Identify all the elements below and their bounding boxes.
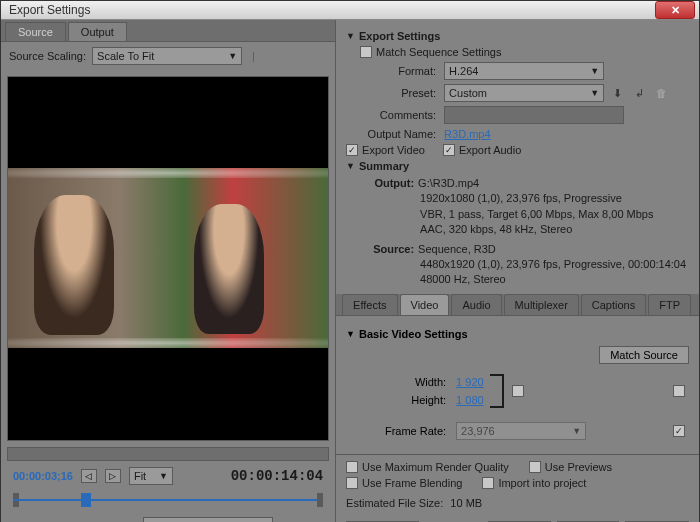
source-scaling-label: Source Scaling: [9,50,86,62]
chevron-down-icon: ▼ [159,471,168,481]
save-preset-icon[interactable]: ⬇ [608,84,626,102]
twirl-down-icon: ▼ [346,31,355,41]
subtab-effects[interactable]: Effects [342,294,397,315]
twirl-down-icon: ▼ [346,161,355,171]
source-range-dropdown[interactable]: Work Area ▼ [143,517,273,522]
zoom-fit-dropdown[interactable]: Fit ▼ [129,467,173,485]
import-preset-icon[interactable]: ↲ [630,84,648,102]
export-video-checkbox[interactable] [346,144,358,156]
playhead-handle[interactable] [81,493,91,507]
width-label: Width: [346,376,446,388]
timeline-slider[interactable] [13,491,323,509]
framerate-value: 23,976 [461,425,495,437]
summary-header[interactable]: ▼ Summary [346,160,689,172]
subtab-video[interactable]: Video [400,294,450,315]
delete-preset-icon: 🗑 [652,84,670,102]
play-forward-button[interactable]: ▷ [105,469,121,483]
frame-blend-checkbox[interactable] [346,477,358,489]
source-scaling-value: Scale To Fit [97,50,154,62]
output-name-link[interactable]: R3D.mp4 [444,128,490,140]
format-value: H.264 [449,65,478,77]
video-preview[interactable] [7,76,329,441]
framerate-label: Frame Rate: [346,425,446,437]
link-dimensions-checkbox[interactable] [512,385,524,397]
width-value[interactable]: 1 920 [456,376,484,388]
preset-label: Preset: [346,87,436,99]
height-value[interactable]: 1 080 [456,394,484,406]
close-icon: ✕ [671,4,680,17]
format-dropdown[interactable]: H.264 ▼ [444,62,604,80]
summary-output: Output:G:\R3D.mp4 1920x1080 (1,0), 23,97… [346,176,689,238]
export-video-label: Export Video [362,144,425,156]
link-dimensions-icon [490,374,504,408]
subtab-ftp[interactable]: FTP [648,294,691,315]
titlebar: Export Settings ✕ [1,1,699,20]
chevron-down-icon: ▼ [228,51,237,61]
chevron-down-icon: ▼ [572,426,581,436]
subtab-multiplexer[interactable]: Multiplexer [504,294,579,315]
timecode-current[interactable]: 00:00:03;16 [13,468,73,484]
zoom-fit-label: Fit [134,470,146,482]
tab-source[interactable]: Source [5,22,66,41]
match-framerate-checkbox[interactable] [673,425,685,437]
preview-image [8,168,328,348]
format-label: Format: [346,65,436,77]
subtab-audio[interactable]: Audio [451,294,501,315]
chevron-down-icon: ▼ [590,66,599,76]
summary-source: Source:Sequence, R3D 4480x1920 (1,0), 23… [346,242,689,288]
match-source-button[interactable]: Match Source [599,346,689,364]
settings-panel: ▼ Export Settings Match Sequence Setting… [336,20,699,522]
source-scaling-dropdown[interactable]: Scale To Fit ▼ [92,47,242,65]
export-settings-header[interactable]: ▼ Export Settings [346,30,689,42]
max-render-checkbox[interactable] [346,461,358,473]
match-sequence-checkbox[interactable] [360,46,372,58]
import-project-label: Import into project [498,477,586,489]
basic-video-header[interactable]: ▼ Basic Video Settings [346,328,689,340]
use-previews-label: Use Previews [545,461,612,473]
comments-input[interactable] [444,106,624,124]
est-size-label: Estimated File Size: [346,497,443,509]
preset-value: Custom [449,87,487,99]
preview-scrollbar[interactable] [7,447,329,461]
preset-dropdown[interactable]: Custom ▼ [444,84,604,102]
divider-pipe: | [252,50,255,62]
tab-output[interactable]: Output [68,22,127,41]
framerate-dropdown[interactable]: 23,976 ▼ [456,422,586,440]
import-project-checkbox[interactable] [482,477,494,489]
frame-blend-label: Use Frame Blending [362,477,462,489]
output-name-label: Output Name: [346,128,436,140]
match-sequence-label: Match Sequence Settings [376,46,501,58]
chevron-down-icon: ▼ [590,88,599,98]
est-size-value: 10 MB [450,497,482,509]
timecode-total: 00:00:14:04 [231,468,323,484]
use-previews-checkbox[interactable] [529,461,541,473]
preview-panel: Source Output Source Scaling: Scale To F… [1,20,336,522]
window-title: Export Settings [5,3,655,17]
play-backward-button[interactable]: ◁ [81,469,97,483]
subtab-captions[interactable]: Captions [581,294,646,315]
export-audio-checkbox[interactable] [443,144,455,156]
height-label: Height: [346,394,446,406]
comments-label: Comments: [346,109,436,121]
export-audio-label: Export Audio [459,144,521,156]
match-width-checkbox[interactable] [673,385,685,397]
twirl-down-icon: ▼ [346,329,355,339]
close-button[interactable]: ✕ [655,1,695,19]
max-render-label: Use Maximum Render Quality [362,461,509,473]
